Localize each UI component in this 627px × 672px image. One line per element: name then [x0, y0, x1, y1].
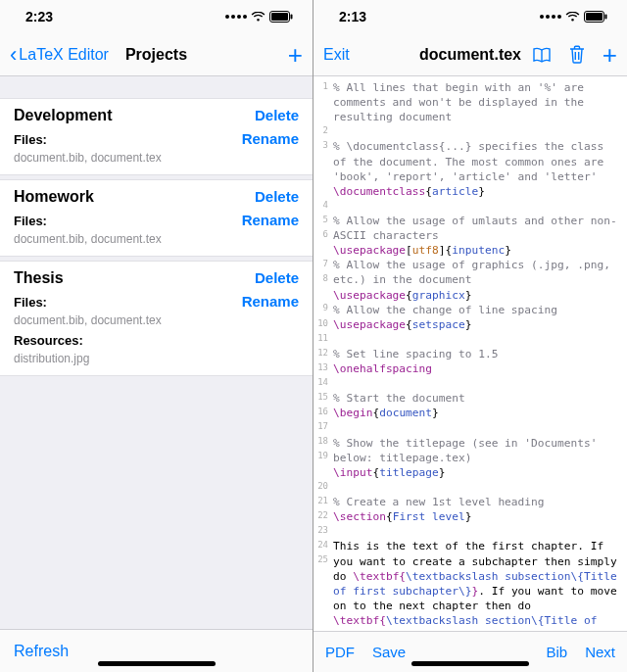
cellular-icon [225, 15, 247, 19]
project-card[interactable]: Thesis Delete Files: Rename document.bib… [0, 261, 313, 376]
next-button[interactable]: Next [585, 644, 615, 660]
projects-screen: 2:23 ‹ LaTeX Editor Projects + Developme… [0, 0, 314, 672]
nav-bar: Exit document.tex + [314, 33, 627, 76]
add-button[interactable]: + [288, 42, 303, 68]
project-card[interactable]: Development Delete Files: Rename documen… [0, 98, 313, 175]
svg-rect-5 [605, 15, 607, 20]
add-button[interactable]: + [603, 42, 617, 68]
projects-list: Development Delete Files: Rename documen… [0, 76, 313, 629]
status-icons [540, 11, 607, 23]
rename-button[interactable]: Rename [242, 130, 299, 147]
editor-screen: 2:13 Exit document.tex + 12 3 45 6 7 8 9… [314, 0, 627, 672]
save-button[interactable]: Save [372, 644, 406, 660]
delete-button[interactable]: Delete [255, 107, 299, 123]
home-indicator [98, 661, 216, 666]
code-body[interactable]: % All lines that begin with an '%' are c… [331, 76, 627, 631]
svg-rect-1 [271, 13, 288, 21]
nav-bar: ‹ LaTeX Editor Projects + [0, 33, 313, 76]
delete-button[interactable]: Delete [255, 188, 299, 205]
exit-button[interactable]: Exit [323, 46, 350, 64]
rename-button[interactable]: Rename [242, 212, 299, 228]
home-indicator [411, 661, 529, 666]
project-name: Development [14, 107, 112, 124]
bib-button[interactable]: Bib [546, 644, 567, 660]
chevron-left-icon: ‹ [10, 44, 17, 66]
resources-label: Resources: [14, 333, 299, 348]
wifi-icon [251, 12, 265, 23]
rename-button[interactable]: Rename [242, 293, 299, 310]
delete-button[interactable]: Delete [255, 269, 299, 286]
back-button[interactable]: ‹ LaTeX Editor [10, 44, 109, 66]
pdf-button[interactable]: PDF [325, 644, 355, 660]
status-bar: 2:13 [314, 0, 627, 33]
status-time: 2:13 [339, 9, 366, 24]
editor-content: 12 3 45 6 7 8 9 10 1112 131415 161718 19… [314, 76, 627, 631]
resources-value: distribution.jpg [14, 352, 299, 365]
files-label: Files: [14, 214, 47, 228]
line-gutter: 12 3 45 6 7 8 9 10 1112 131415 161718 19… [314, 76, 331, 631]
files-value: document.bib, document.tex [14, 232, 299, 246]
status-bar: 2:23 [0, 0, 313, 33]
files-label: Files: [14, 132, 47, 147]
battery-icon [269, 11, 293, 23]
project-name: Thesis [14, 269, 64, 287]
back-label: LaTeX Editor [19, 46, 109, 64]
wifi-icon [565, 12, 580, 23]
code-editor[interactable]: 12 3 45 6 7 8 9 10 1112 131415 161718 19… [314, 76, 627, 631]
book-icon[interactable] [532, 46, 552, 64]
files-value: document.bib, document.tex [14, 313, 299, 327]
refresh-button[interactable]: Refresh [14, 643, 69, 660]
status-time: 2:23 [25, 9, 53, 24]
project-name: Homework [14, 188, 94, 206]
files-value: document.bib, document.tex [14, 151, 299, 165]
files-label: Files: [14, 295, 47, 310]
svg-rect-2 [291, 15, 293, 20]
svg-rect-4 [586, 13, 603, 21]
trash-icon[interactable] [569, 45, 585, 64]
battery-icon [584, 11, 607, 23]
cellular-icon [540, 15, 561, 19]
project-card[interactable]: Homework Delete Files: Rename document.b… [0, 179, 313, 257]
status-icons [225, 11, 293, 23]
